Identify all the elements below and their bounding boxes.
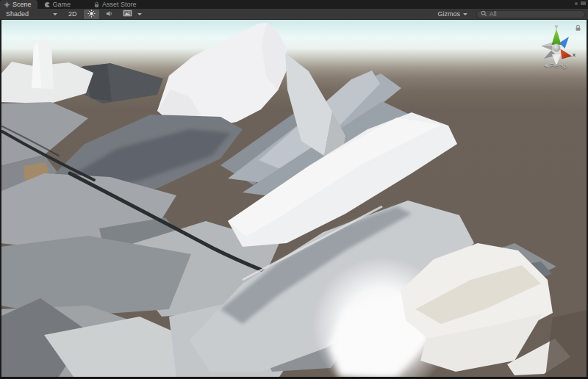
scene-view-toolbar: Shaded 2D: [0, 9, 588, 20]
search-input[interactable]: All: [476, 10, 585, 18]
shading-mode-dropdown[interactable]: Shaded: [3, 10, 60, 19]
lock-icon[interactable]: [575, 21, 581, 35]
speaker-icon: [105, 10, 113, 19]
unity-scene-panel: Scene Game Asset Store Shaded 2D: [0, 0, 588, 379]
tab-game[interactable]: Game: [40, 0, 77, 9]
tab-game-label: Game: [53, 0, 71, 9]
lighting-toggle[interactable]: [84, 10, 99, 19]
tab-scene-label: Scene: [12, 0, 32, 9]
gizmos-label: Gizmos: [437, 10, 460, 18]
asset-store-lock-icon: [93, 1, 100, 8]
shading-mode-label: Shaded: [6, 10, 29, 18]
effects-dropdown-arrow[interactable]: [137, 13, 142, 15]
projection-toggle[interactable]: Persp: [544, 62, 567, 69]
gizmo-axis-left-cone-shade: [541, 46, 553, 51]
viewport-left-edge: [0, 20, 1, 377]
scene-geometry: [0, 20, 588, 377]
projection-label: Persp: [550, 62, 567, 69]
gizmo-axis-z-cone[interactable]: [559, 37, 569, 48]
scene-render: [0, 20, 588, 377]
left-arrow-icon: [544, 63, 548, 68]
gizmos-dropdown[interactable]: Gizmos: [434, 10, 470, 19]
chevron-down-icon: [463, 13, 467, 15]
gizmo-axis-y-cone[interactable]: [552, 29, 562, 45]
chevron-down-icon: [53, 13, 57, 15]
audio-toggle[interactable]: [101, 10, 117, 19]
gizmo-axis-x-cone[interactable]: [561, 49, 573, 59]
tab-scene[interactable]: Scene: [0, 0, 37, 9]
game-icon: [44, 1, 51, 8]
scene-icon: [4, 1, 10, 8]
sun-icon: [87, 10, 96, 19]
2d-toggle-label: 2D: [68, 10, 77, 18]
2d-toggle[interactable]: 2D: [65, 10, 81, 19]
tab-asset-store[interactable]: Asset Store: [90, 0, 143, 9]
gizmo-x-axis-label: x: [573, 51, 576, 58]
gizmo-hub[interactable]: [553, 44, 561, 52]
search-icon: [481, 10, 487, 18]
tab-asset-store-label: Asset Store: [102, 0, 137, 9]
panel-tab-bar: Scene Game Asset Store: [0, 0, 588, 9]
effects-toggle[interactable]: [119, 10, 136, 19]
search-filter-label: All: [490, 10, 496, 18]
image-icon: [123, 10, 132, 18]
panel-lock-icon[interactable]: [575, 2, 578, 5]
scene-viewport[interactable]: x Persp: [0, 20, 588, 377]
panel-menu-icon[interactable]: [581, 1, 586, 5]
